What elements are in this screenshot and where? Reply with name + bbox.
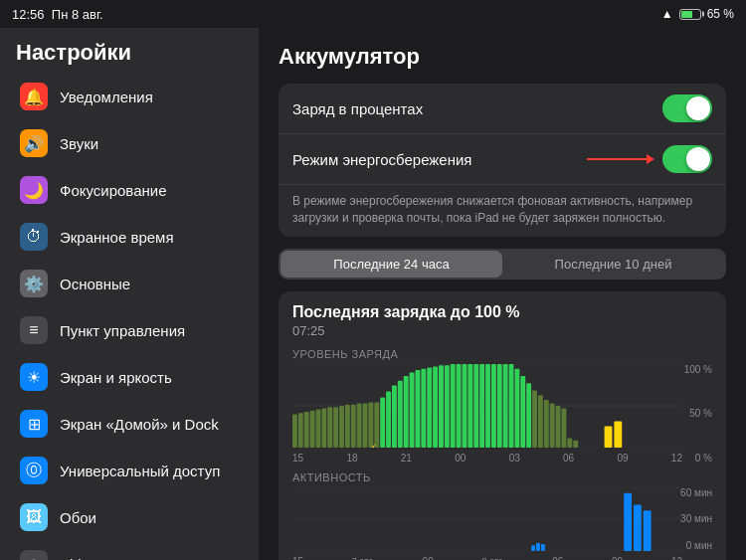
low-power-label: Режим энергосбережения [292,151,587,168]
sidebar-item-label-accessibility: Универсальный доступ [60,463,220,479]
svg-rect-51 [573,440,578,447]
svg-rect-20 [392,385,397,447]
svg-rect-37 [491,364,496,448]
svg-rect-35 [479,364,484,448]
tab-bar: Последние 24 часа Последние 10 дней [279,249,726,280]
battery-percent-toggle[interactable] [662,94,712,122]
svg-rect-9 [327,407,332,448]
sidebar-item-label-control-center: Пункт управления [60,322,185,339]
svg-rect-32 [463,364,467,448]
sidebar-item-label-siri: Siri и Поиск [60,556,139,561]
accessibility-icon: ⓪ [20,457,48,484]
sidebar-item-screen-time[interactable]: ⏱Экранное время [6,214,253,260]
battery-chart: ⚡ 100 % 50 % 0 % 15 18 21 00 03 06 09 12 [292,364,712,464]
sidebar-item-sounds[interactable]: 🔊Звуки [6,120,253,166]
sidebar-item-label-wallpaper: Обои [60,509,96,526]
sidebar-item-general[interactable]: ⚙️Основные [6,261,253,306]
low-power-description: В режиме энергосбережения снижается фоно… [279,185,726,237]
svg-rect-63 [644,510,652,551]
sidebar-item-control-center[interactable]: ≡Пункт управления [6,307,253,353]
svg-rect-8 [321,408,326,448]
activity-chart: 60 мин 30 мин 0 мин 15 7 авг. 00 8 авг. … [292,487,712,560]
svg-rect-38 [497,364,502,448]
sidebar-item-siri[interactable]: ◎Siri и Поиск [6,541,253,560]
wallpaper-icon: 🖼 [20,503,48,531]
svg-rect-10 [333,407,338,448]
sidebar-item-home-screen[interactable]: ⊞Экран «Домой» и Dock [6,401,253,447]
sidebar-item-label-screen-time: Экранное время [60,229,174,246]
svg-rect-26 [427,367,432,447]
last-charge-title: Последняя зарядка до 100 % [292,303,712,321]
svg-rect-17 [374,402,379,448]
sidebar-item-label-notifications: Уведомления [60,89,153,105]
svg-rect-24 [415,370,420,448]
svg-rect-22 [404,376,409,448]
battery-status: 65 % [679,7,734,21]
svg-rect-19 [386,391,391,447]
svg-rect-13 [351,404,356,447]
svg-rect-28 [439,365,444,448]
svg-rect-31 [457,364,462,448]
low-power-toggle[interactable] [662,145,712,173]
sidebar-item-accessibility[interactable]: ⓪Универсальный доступ [6,448,253,493]
svg-rect-7 [316,409,321,447]
svg-rect-50 [567,438,572,448]
main-layout: Настройки 🔔Уведомления🔊Звуки🌙Фокусирован… [0,28,746,560]
status-time: 12:56 Пн 8 авг. [12,7,661,22]
svg-rect-29 [445,365,450,448]
battery-percent-row: Заряд в процентах [279,84,726,134]
sidebar-title: Настройки [0,28,259,74]
tab-10d[interactable]: Последние 10 дней [502,251,724,278]
svg-rect-47 [550,403,555,447]
activity-y-labels: 60 мин 30 мин 0 мин [680,487,712,551]
sidebar-item-display[interactable]: ☀Экран и яркость [6,354,253,400]
svg-text:⚡: ⚡ [366,443,379,448]
svg-rect-21 [398,380,403,447]
svg-rect-25 [421,368,426,447]
svg-rect-34 [473,364,478,448]
svg-rect-43 [526,383,531,448]
battery-svg: ⚡ [292,364,682,448]
sidebar-item-label-general: Основные [60,276,130,292]
sidebar-item-notifications[interactable]: 🔔Уведомления [6,74,253,119]
activity-bars [292,487,682,551]
svg-rect-62 [634,504,642,551]
svg-rect-15 [363,403,368,447]
svg-rect-11 [339,406,344,448]
svg-rect-3 [292,414,297,448]
sidebar-item-focus[interactable]: 🌙Фокусирование [6,167,253,213]
svg-rect-6 [310,410,315,447]
chart-area: ⚡ [292,364,682,448]
svg-rect-48 [556,406,561,448]
svg-rect-40 [509,364,514,448]
svg-rect-14 [357,403,362,447]
general-icon: ⚙️ [20,270,48,297]
svg-rect-60 [541,544,545,551]
activity-label: АКТИВНОСТЬ [292,471,712,483]
notifications-icon: 🔔 [20,83,48,110]
svg-rect-41 [514,368,519,447]
svg-rect-39 [503,364,508,448]
svg-rect-45 [538,395,543,448]
svg-rect-58 [531,545,535,551]
svg-rect-16 [368,402,373,448]
display-icon: ☀ [20,363,48,391]
screen-time-icon: ⏱ [20,223,48,251]
svg-rect-18 [380,397,385,447]
svg-rect-33 [467,364,472,448]
svg-rect-44 [532,390,537,448]
battery-percent-label: Заряд в процентах [292,100,662,117]
battery-section: Последняя зарядка до 100 % 07:25 УРОВЕНЬ… [279,291,726,560]
svg-rect-61 [624,492,632,550]
svg-rect-4 [298,413,303,448]
chart-y-labels: 100 % 50 % 0 % [684,364,712,464]
status-bar: 12:56 Пн 8 авг. ▲ 65 % [0,0,746,28]
battery-level-label: УРОВЕНЬ ЗАРЯДА [292,348,712,360]
sidebar-item-wallpaper[interactable]: 🖼Обои [6,494,253,540]
home-screen-icon: ⊞ [20,410,48,438]
svg-rect-23 [410,372,415,448]
activity-svg [292,487,682,551]
svg-rect-59 [536,542,540,550]
control-center-icon: ≡ [20,316,48,344]
tab-24h[interactable]: Последние 24 часа [280,251,502,278]
